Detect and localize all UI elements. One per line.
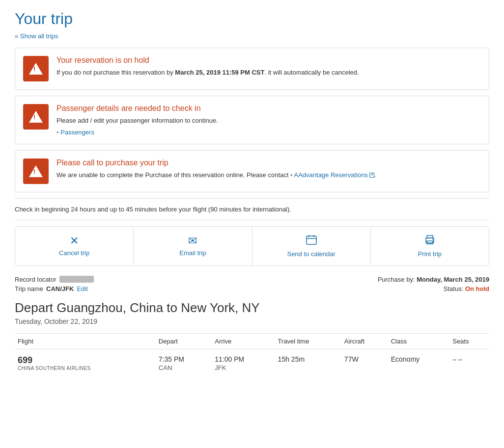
flight-number-cell: 699 CHINA SOUTHERN AIRLINES — [15, 349, 156, 377]
email-icon: ✉ — [188, 236, 197, 246]
cancel-trip-button[interactable]: ✕ Cancel trip — [15, 227, 134, 265]
alert-desc-suffix-2: . — [374, 171, 376, 179]
trip-name-row: Trip name CAN/JFK Edit — [15, 285, 94, 292]
col-header-arrive: Arrive — [212, 333, 275, 349]
status-label: Status: — [444, 285, 465, 292]
col-header-seats: Seats — [449, 333, 489, 349]
table-row: 699 CHINA SOUTHERN AIRLINES 7:35 PM CAN … — [15, 349, 489, 377]
cancel-icon: ✕ — [70, 236, 79, 246]
airline-name: CHINA SOUTHERN AIRLINES — [18, 366, 153, 371]
purchase-by-label: Purchase by: — [378, 276, 417, 283]
send-to-calendar-label: Send to calendar — [287, 250, 335, 258]
record-locator-value — [59, 276, 94, 283]
col-header-depart: Depart — [156, 333, 212, 349]
print-trip-button[interactable]: Print trip — [371, 227, 489, 265]
cancel-trip-label: Cancel trip — [59, 249, 89, 257]
alert-icon-purchase — [23, 158, 49, 184]
external-link-icon — [369, 173, 374, 178]
alert-content-purchase: Please call to purchase your trip We are… — [56, 158, 481, 180]
page-title: Your trip — [15, 10, 489, 28]
col-header-class: Class — [388, 333, 450, 349]
seats-cell: – – — [449, 349, 489, 377]
col-header-travel-time: Travel time — [275, 333, 341, 349]
alert-reservation-hold: Your reservation is on hold If you do no… — [15, 48, 489, 90]
depart-airport: CAN — [159, 364, 209, 371]
aircraft-cell: 77W — [341, 349, 388, 377]
arrive-airport: JFK — [215, 364, 272, 371]
record-locator-label: Record locator — [15, 276, 56, 283]
purchase-by-date: Monday, March 25, 2019 — [417, 276, 489, 283]
warning-triangle-icon — [29, 165, 43, 177]
checkin-notice: Check in beginning 24 hours and up to 45… — [15, 198, 489, 220]
trip-name-value: CAN/JFK — [46, 285, 74, 292]
class-cell: Economy — [388, 349, 450, 377]
alert-desc-purchase: We are unable to complete the Purchase o… — [56, 170, 481, 180]
alert-title-passenger: Passenger details are needed to check in — [56, 104, 481, 113]
print-icon — [424, 235, 435, 247]
trip-name-label: Trip name — [15, 285, 43, 292]
trip-meta-left: Record locator Trip name CAN/JFK Edit — [15, 276, 94, 292]
purchase-by-row: Purchase by: Monday, March 25, 2019 — [378, 276, 489, 283]
email-trip-button[interactable]: ✉ Email trip — [134, 227, 252, 265]
action-bar: ✕ Cancel trip ✉ Email trip Send to calen… — [15, 226, 489, 266]
depart-time-cell: 7:35 PM CAN — [156, 349, 212, 377]
alert-title-hold: Your reservation is on hold — [56, 56, 481, 65]
alert-passenger-details: Passenger details are needed to check in… — [15, 96, 489, 144]
arrive-time-cell: 11:00 PM JFK — [212, 349, 275, 377]
depart-time: 7:35 PM — [159, 355, 209, 363]
svg-point-7 — [432, 239, 433, 240]
aadvantage-reservations-link[interactable]: AAdvantage Reservations — [290, 171, 368, 179]
arrive-time: 11:00 PM — [215, 355, 272, 363]
depart-heading: Depart Guangzhou, China to New York, NY — [15, 300, 489, 316]
flight-table: Flight Depart Arrive Travel time Aircraf… — [15, 333, 489, 377]
email-trip-label: Email trip — [179, 249, 206, 257]
alert-desc-suffix: . it will automatically be canceled. — [264, 69, 359, 76]
col-header-aircraft: Aircraft — [341, 333, 388, 349]
print-trip-label: Print trip — [418, 250, 442, 258]
record-locator-row: Record locator — [15, 276, 94, 283]
trip-meta-right: Purchase by: Monday, March 25, 2019 Stat… — [378, 276, 489, 292]
alert-desc-bold: March 25, 2019 11:59 PM CST — [175, 69, 264, 76]
alert-call-to-purchase: Please call to purchase your trip We are… — [15, 150, 489, 192]
send-to-calendar-button[interactable]: Send to calendar — [252, 227, 371, 265]
alert-desc-hold: If you do not purchase this reservation … — [56, 68, 481, 78]
show-all-trips-link[interactable]: « Show all trips — [15, 32, 58, 40]
depart-date: Tuesday, October 22, 2019 — [15, 317, 489, 325]
status-badge: On hold — [465, 285, 489, 292]
svg-rect-0 — [307, 236, 316, 244]
alert-desc-prefix-2: We are unable to complete the Purchase o… — [56, 171, 290, 179]
travel-time-cell: 15h 25m — [275, 349, 341, 377]
flight-number: 699 — [18, 355, 32, 365]
alert-icon-hold — [23, 56, 49, 81]
alert-content-hold: Your reservation is on hold If you do no… — [56, 56, 481, 78]
trip-meta: Record locator Trip name CAN/JFK Edit Pu… — [15, 276, 489, 292]
passengers-link[interactable]: Passengers — [56, 129, 94, 136]
alert-desc-prefix: If you do not purchase this reservation … — [56, 69, 175, 76]
alert-content-passenger: Passenger details are needed to check in… — [56, 104, 481, 136]
warning-triangle-icon — [29, 63, 43, 75]
svg-rect-6 — [427, 241, 433, 244]
status-row: Status: On hold — [378, 285, 489, 292]
calendar-icon — [306, 235, 317, 247]
col-header-flight: Flight — [15, 333, 156, 349]
alert-title-purchase: Please call to purchase your trip — [56, 158, 481, 167]
alert-desc-passenger: Please add / edit your passenger informa… — [56, 116, 481, 126]
alert-icon-passenger — [23, 104, 49, 130]
edit-trip-name-link[interactable]: Edit — [77, 285, 87, 292]
warning-triangle-icon — [29, 111, 43, 123]
svg-rect-5 — [427, 236, 433, 238]
